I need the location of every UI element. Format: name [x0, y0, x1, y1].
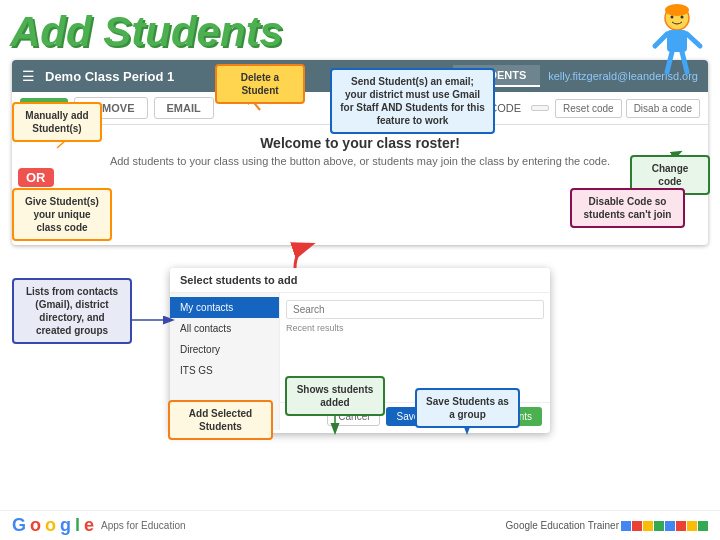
color-squares [621, 521, 708, 531]
color-square-1 [621, 521, 631, 531]
email-button[interactable]: EMAIL [154, 97, 214, 119]
page-footer: G o o g l e Apps for Education Google Ed… [0, 510, 720, 540]
list-item-my-contacts[interactable]: My contacts [170, 297, 279, 318]
color-square-7 [687, 521, 697, 531]
footer-right: Google Education Trainer [506, 520, 708, 531]
page-title: Add Students [10, 8, 283, 56]
callout-lists: Lists from contacts (Gmail), district di… [12, 278, 132, 344]
search-input[interactable] [286, 300, 544, 319]
logo-l: l [75, 515, 80, 536]
svg-line-6 [687, 34, 700, 46]
svg-line-5 [655, 34, 667, 46]
callout-save-group: Save Students as a group [415, 388, 520, 428]
color-square-3 [643, 521, 653, 531]
callout-manually: Manually add Student(s) [12, 102, 102, 142]
welcome-sub: Add students to your class using the but… [110, 155, 610, 167]
recent-label: Recent results [286, 323, 544, 333]
logo-g: G [12, 515, 26, 536]
welcome-text: Welcome to your class roster! [260, 135, 460, 151]
or-label: OR [18, 168, 54, 187]
callout-add-selected: Add Selected Students [168, 400, 273, 440]
logo-e: e [84, 515, 94, 536]
reset-code-button[interactable]: Reset code [555, 99, 622, 118]
svg-point-3 [681, 16, 684, 19]
svg-line-7 [667, 52, 672, 72]
color-square-4 [654, 521, 664, 531]
class-name: Demo Class Period 1 [45, 69, 377, 84]
code-area [531, 105, 549, 111]
hamburger-icon[interactable]: ☰ [22, 68, 35, 84]
list-item-all-contacts[interactable]: All contacts [170, 318, 279, 339]
select-panel-title: Select students to add [170, 268, 550, 293]
color-square-8 [698, 521, 708, 531]
logo-o1: o [30, 515, 41, 536]
trainer-label: Google Education Trainer [506, 520, 619, 531]
callout-give-code: Give Student(s) your unique class code [12, 188, 112, 241]
color-square-5 [665, 521, 675, 531]
code-value [531, 105, 549, 111]
svg-rect-4 [667, 30, 687, 52]
disable-code-button[interactable]: Disab a code [626, 99, 700, 118]
footer-logo: G o o g l e Apps for Education [12, 515, 186, 536]
svg-point-1 [665, 4, 689, 16]
color-square-2 [632, 521, 642, 531]
callout-delete: Delete a Student [215, 64, 305, 104]
list-item-directory[interactable]: Directory [170, 339, 279, 360]
callout-email-info: Send Student(s) an email; your district … [330, 68, 495, 134]
toolbar-right-buttons: Reset code Disab a code [555, 99, 700, 118]
svg-line-8 [682, 52, 687, 72]
color-square-6 [676, 521, 686, 531]
callout-shows-students: Shows students added [285, 376, 385, 416]
callout-disable-code: Disable Code so students can't join [570, 188, 685, 228]
list-item-its-gs[interactable]: ITS GS [170, 360, 279, 381]
logo-g2: g [60, 515, 71, 536]
character-avatar [645, 4, 710, 79]
logo-o2: o [45, 515, 56, 536]
footer-apps-text: Apps for Education [101, 520, 186, 531]
svg-point-2 [671, 16, 674, 19]
